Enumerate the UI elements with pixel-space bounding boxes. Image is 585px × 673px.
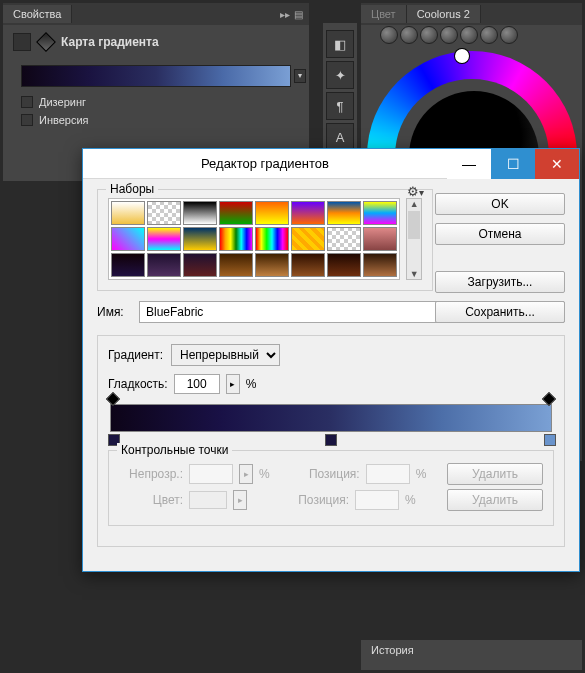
presets-gear-icon[interactable]: ⚙▾ (407, 184, 424, 199)
name-input[interactable] (139, 301, 473, 323)
tab-coolorus[interactable]: Coolorus 2 (407, 5, 481, 23)
opacity-stop-right[interactable] (542, 392, 556, 406)
dialog-side-buttons: OK Отмена Загрузить... Сохранить... (435, 193, 565, 323)
delete-opacity-stop-button: Удалить (447, 463, 543, 485)
inversion-label: Инверсия (39, 114, 89, 126)
tab-history[interactable]: История (361, 640, 424, 660)
adjustment-icon (13, 33, 31, 51)
presets-scrollbar[interactable]: ▲ ▼ (406, 198, 422, 280)
window-maximize-button[interactable]: ☐ (491, 149, 535, 179)
gradient-map-icon (36, 32, 56, 52)
scroll-up-icon[interactable]: ▲ (410, 199, 419, 209)
save-button[interactable]: Сохранить... (435, 301, 565, 323)
presets-legend: Наборы (106, 182, 158, 196)
type-label: Градиент: (108, 348, 163, 362)
inversion-checkbox[interactable] (21, 114, 33, 126)
panel-tabs: Свойства ▸▸ ▤ (3, 3, 309, 25)
tool-button-1[interactable]: ◧ (326, 30, 354, 58)
tool-button-2[interactable]: ✦ (326, 61, 354, 89)
inversion-row[interactable]: Инверсия (3, 111, 309, 129)
position-label-2: Позиция: (285, 493, 349, 507)
dialog-title: Редактор градиентов (83, 156, 447, 171)
history-panel: История (360, 639, 583, 671)
ok-button[interactable]: OK (435, 193, 565, 215)
scroll-thumb[interactable] (408, 211, 420, 239)
color-stop-right[interactable] (544, 434, 556, 446)
dithering-row[interactable]: Дизеринг (3, 93, 309, 111)
delete-color-stop-button: Удалить (447, 489, 543, 511)
panel-menu-icon[interactable]: ▤ (294, 9, 303, 20)
smooth-input[interactable] (174, 374, 220, 394)
opacity-label: Непрозр.: (119, 467, 183, 481)
cancel-button[interactable]: Отмена (435, 223, 565, 245)
load-button[interactable]: Загрузить... (435, 271, 565, 293)
type-select[interactable]: Непрерывный (171, 344, 280, 366)
vertical-toolbar: ◧ ✦ ¶ A (322, 22, 358, 159)
dithering-label: Дизеринг (39, 96, 86, 108)
position-label-1: Позиция: (296, 467, 360, 481)
smooth-flyout-icon[interactable]: ▸ (226, 374, 240, 394)
gradient-map-header: Карта градиента (3, 25, 309, 59)
opacity-position-input (366, 464, 410, 484)
percent-sign: % (246, 377, 257, 391)
color-position-input (355, 490, 399, 510)
opacity-percent: % (259, 467, 270, 481)
sat-marker[interactable] (455, 49, 469, 63)
color-label: Цвет: (119, 493, 183, 507)
dithering-checkbox[interactable] (21, 96, 33, 108)
tab-color[interactable]: Цвет (361, 5, 407, 23)
collapse-icon[interactable]: ▸▸ (280, 9, 290, 20)
opacity-input (189, 464, 233, 484)
tool-button-3[interactable]: ¶ (326, 92, 354, 120)
gradient-editor-dialog: Редактор градиентов — ☐ ✕ OK Отмена Загр… (82, 148, 580, 572)
color-stop-mid[interactable] (325, 434, 337, 446)
tool-button-4[interactable]: A (326, 123, 354, 151)
gradient-map-title: Карта градиента (61, 35, 159, 49)
stops-legend: Контрольные точки (117, 443, 232, 457)
pos2-percent: % (405, 493, 416, 507)
smooth-label: Гладкость: (108, 377, 168, 391)
color-flyout-icon: ▸ (233, 490, 247, 510)
gradient-bar[interactable] (110, 404, 552, 432)
window-close-button[interactable]: ✕ (535, 149, 579, 179)
pos1-percent: % (416, 467, 427, 481)
presets-grid[interactable] (108, 198, 400, 280)
tab-properties[interactable]: Свойства (3, 5, 72, 23)
name-label: Имя: (97, 305, 131, 319)
gradient-dropdown-icon[interactable]: ▾ (294, 69, 306, 83)
stops-fieldset: Контрольные точки Непрозр.: ▸ % Позиция:… (108, 450, 554, 526)
opacity-stop-left[interactable] (106, 392, 120, 406)
presets-fieldset: Наборы ⚙▾ (97, 189, 433, 291)
scroll-down-icon[interactable]: ▼ (410, 269, 419, 279)
color-swatch (189, 491, 227, 509)
window-minimize-button[interactable]: — (447, 149, 491, 179)
gradient-bar-editor[interactable] (110, 404, 552, 432)
gradient-type-fieldset: Градиент: Непрерывный Гладкость: ▸ % (97, 335, 565, 547)
gradient-preview-bar[interactable]: ▾ (21, 65, 291, 87)
opacity-flyout-icon: ▸ (239, 464, 253, 484)
dialog-titlebar[interactable]: Редактор градиентов — ☐ ✕ (83, 149, 579, 179)
brush-dots (380, 26, 577, 44)
